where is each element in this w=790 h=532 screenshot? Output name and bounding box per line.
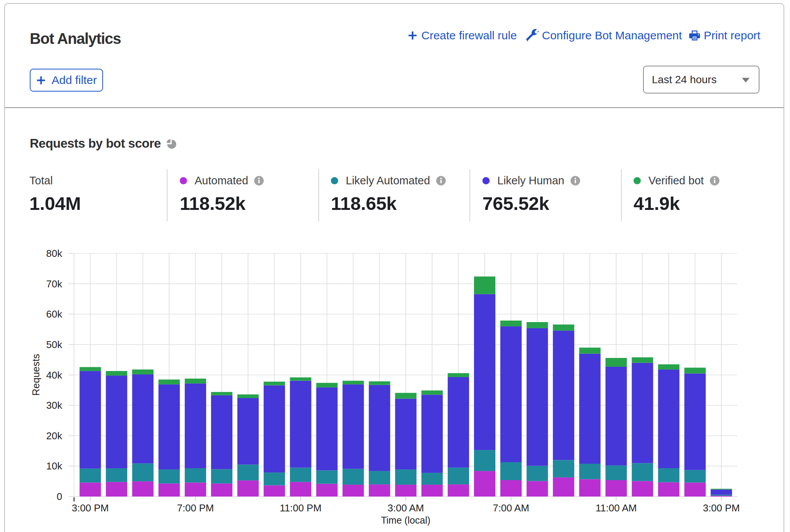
svg-text:0: 0 bbox=[57, 491, 62, 502]
svg-text:7:00 AM: 7:00 AM bbox=[493, 502, 529, 514]
svg-text:3:00 PM: 3:00 PM bbox=[72, 502, 109, 514]
svg-text:50k: 50k bbox=[46, 339, 63, 350]
svg-text:3:00 PM: 3:00 PM bbox=[703, 502, 740, 514]
svg-text:30k: 30k bbox=[46, 400, 63, 411]
svg-text:60k: 60k bbox=[46, 308, 63, 320]
svg-text:3:00 AM: 3:00 AM bbox=[388, 502, 424, 514]
svg-text:10k: 10k bbox=[46, 460, 63, 472]
svg-text:20k: 20k bbox=[46, 430, 63, 442]
svg-text:70k: 70k bbox=[46, 278, 63, 290]
svg-text:11:00 AM: 11:00 AM bbox=[596, 502, 637, 514]
svg-text:7:00 PM: 7:00 PM bbox=[177, 502, 214, 514]
svg-text:80k: 80k bbox=[46, 248, 63, 259]
svg-text:Requests: Requests bbox=[30, 354, 42, 396]
svg-text:11:00 PM: 11:00 PM bbox=[280, 502, 321, 514]
svg-text:Time (local): Time (local) bbox=[381, 515, 430, 526]
svg-text:40k: 40k bbox=[46, 369, 63, 381]
